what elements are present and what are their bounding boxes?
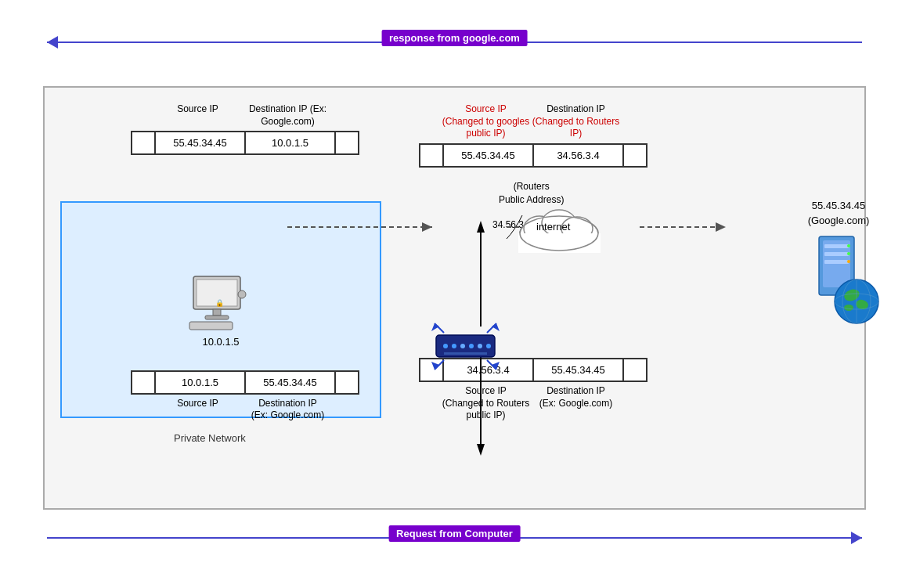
svg-rect-2	[213, 309, 221, 316]
svg-marker-28	[422, 222, 432, 232]
svg-point-43	[847, 244, 850, 247]
top-right-headers: Source IP(Changed to googlespublic IP) D…	[419, 103, 647, 140]
diagram: response from google.com Source IP Desti…	[0, 0, 909, 588]
server-svg	[795, 233, 882, 326]
tr-cell-empty-left	[420, 144, 443, 167]
svg-rect-4	[189, 322, 233, 330]
svg-marker-8	[477, 221, 485, 233]
computer-icon: 🔒	[186, 272, 256, 331]
router-svg	[428, 321, 503, 372]
svg-marker-24	[431, 362, 439, 370]
br-cell-empty-right	[623, 359, 647, 381]
svg-marker-10	[477, 444, 485, 456]
svg-rect-3	[205, 316, 229, 319]
tl-col2-header: Destination IP (Ex: Google.com)	[243, 103, 333, 128]
computer-ip-label: 10.0.1.5	[186, 336, 256, 348]
svg-point-15	[469, 344, 474, 348]
svg-rect-18	[444, 352, 487, 355]
bottom-arrow-head-right	[851, 532, 862, 544]
tr-col2-header: Destination IP(Changed to Routers IP)	[531, 103, 621, 140]
top-right-table: Source IP(Changed to googlespublic IP) D…	[419, 103, 647, 168]
google-ip: 55.45.34.45	[795, 200, 882, 211]
tl-col1-header: Source IP	[153, 103, 243, 128]
bl-col2-header: Destination IP(Ex: Google.com)	[243, 398, 333, 422]
tr-cell-empty-right	[623, 144, 647, 167]
top-arrow-label: response from google.com	[381, 30, 528, 46]
tr-col1-header: Source IP(Changed to googlespublic IP)	[441, 103, 531, 140]
bl-cell-empty-left	[132, 371, 155, 394]
top-right-row: 55.45.34.45 34.56.3.4	[419, 143, 647, 168]
svg-point-45	[847, 260, 850, 263]
internet-cloud-container: internet	[514, 204, 604, 258]
server-container: 55.45.34.45 (Google.com)	[795, 200, 882, 330]
br-col2-header: Destination IP(Ex: Google.com)	[531, 385, 621, 422]
internet-label: internet	[536, 221, 570, 233]
svg-point-16	[478, 344, 482, 348]
bl-col1-header: Source IP	[153, 398, 243, 422]
bottom-right-footers: Source IP(Changed to Routerspublic IP) D…	[419, 385, 647, 422]
svg-point-49	[844, 305, 853, 311]
svg-point-17	[486, 344, 491, 348]
bl-cell-dest: 55.45.34.45	[245, 371, 335, 394]
svg-rect-40	[824, 244, 849, 248]
svg-point-12	[443, 344, 448, 348]
bottom-arrow-area: Request from Computer	[47, 525, 862, 565]
bl-cell-empty-right	[335, 371, 359, 394]
top-arrow-area: response from google.com	[47, 30, 862, 69]
svg-rect-42	[824, 260, 849, 264]
top-left-table: Source IP Destination IP (Ex: Google.com…	[131, 103, 359, 155]
svg-text:🔒: 🔒	[215, 298, 225, 308]
svg-rect-41	[824, 252, 849, 256]
bottom-left-footers: Source IP Destination IP(Ex: Google.com)	[131, 398, 359, 422]
bl-cell-source: 10.0.1.5	[155, 371, 245, 394]
private-network-label: Private Network	[174, 432, 246, 444]
router-icon-container	[428, 321, 503, 375]
svg-point-44	[847, 252, 850, 255]
svg-point-13	[452, 344, 456, 348]
bottom-left-table: 10.0.1.5 55.45.34.45 Source IP Destinati…	[131, 370, 359, 422]
svg-point-5	[238, 290, 246, 298]
tl-cell-dest: 10.0.1.5	[245, 132, 335, 154]
svg-marker-31	[716, 222, 726, 232]
tl-cell-empty-right	[335, 132, 359, 154]
top-left-row: 55.45.34.45 10.0.1.5	[131, 131, 359, 155]
computer-container: 🔒 10.0.1.5	[186, 272, 256, 348]
google-domain: (Google.com)	[795, 215, 882, 226]
bottom-arrow-label: Request from Computer	[388, 525, 521, 542]
tr-cell-source: 55.45.34.45	[443, 144, 533, 167]
svg-marker-26	[492, 362, 500, 370]
top-arrow-head-left	[47, 36, 58, 49]
tl-cell-empty-left	[132, 132, 155, 154]
svg-point-14	[460, 344, 465, 348]
main-box: Source IP Destination IP (Ex: Google.com…	[43, 86, 866, 510]
tr-cell-dest: 34.56.3.4	[533, 144, 623, 167]
top-left-headers: Source IP Destination IP (Ex: Google.com…	[131, 103, 359, 128]
br-cell-dest: 55.45.34.45	[533, 359, 623, 381]
bottom-left-row: 10.0.1.5 55.45.34.45	[131, 370, 359, 395]
tl-cell-source: 55.45.34.45	[155, 132, 245, 154]
